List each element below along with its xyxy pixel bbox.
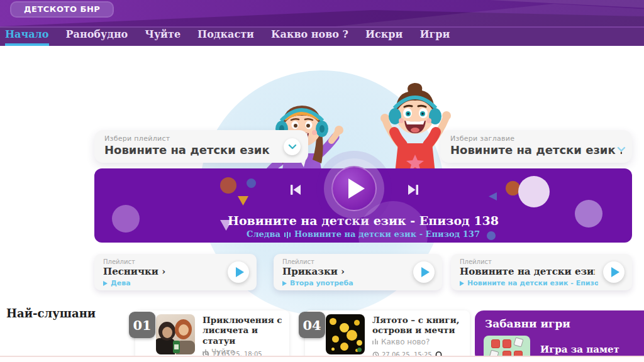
most-listened-item[interactable]: 01 Приключения с лисичета и статуи Чуйте… — [135, 310, 289, 362]
playlist-select[interactable]: Избери плейлист Новините на детски език — [94, 130, 308, 163]
nav-item-igri[interactable]: Игри — [419, 28, 450, 46]
next-section-edge — [0, 356, 644, 362]
play-button-core — [331, 166, 377, 211]
episode-title: Лятото – с книги, острови и мечти — [372, 315, 460, 336]
playlist-card-title: Приказки › — [282, 266, 418, 277]
title-select-label: Избери заглавие — [450, 134, 622, 143]
chevron-down-icon — [617, 146, 626, 152]
episode-category: Какво ново? — [372, 337, 460, 346]
episode-title: Приключения с лисичета и статуи — [203, 315, 291, 346]
playlist-card-current: Втора употреба — [282, 279, 421, 287]
playlist-card-current: Новините на детски език - Епизод 138 — [460, 279, 598, 287]
play-button[interactable] — [316, 151, 392, 226]
main-nav: Начало Ранобудно Чуйте Подкасти Какво но… — [0, 26, 644, 46]
playlist-card-prikazki[interactable]: Плейлист Приказки › Втора употреба — [274, 254, 442, 290]
games-heading: Забавни игри — [485, 317, 570, 330]
playlist-card-pesnichki[interactable]: Плейлист Песнички › Дева — [94, 254, 257, 290]
nav-item-podkasti[interactable]: Подкасти — [197, 28, 254, 46]
most-listened-item[interactable]: 04 Лятото – с книги, острови и мечти Как… — [305, 310, 470, 362]
play-icon — [236, 267, 244, 277]
playlist-play-button[interactable] — [228, 261, 249, 283]
up-next-title: Новините на детски език - Епизод 137 — [294, 229, 480, 239]
playlist-play-button[interactable] — [413, 261, 435, 283]
chevron-down-icon — [288, 144, 297, 150]
queue-icon — [284, 232, 291, 238]
previous-track-button[interactable] — [286, 181, 305, 200]
nav-item-chuite[interactable]: Чуйте — [145, 28, 180, 46]
playlist-card-label: Плейлист — [282, 258, 433, 265]
nav-item-ranobudno[interactable]: Ранобудно — [66, 28, 128, 46]
playlist-card-title: Новините на детски език › — [460, 266, 595, 277]
play-icon — [611, 267, 619, 277]
playlist-play-button[interactable] — [603, 261, 625, 283]
skip-previous-icon — [287, 182, 304, 198]
queue-icon — [372, 339, 378, 344]
play-icon — [348, 178, 365, 199]
title-select[interactable]: Избери заглавие Новините на детски език … — [440, 130, 632, 163]
rank-badge: 01 — [129, 312, 155, 338]
play-icon — [103, 281, 108, 286]
playlist-select-value: Новините на детски език — [104, 143, 280, 156]
games-panel: Забавни игри Игра за памет — [475, 310, 644, 362]
nav-item-home[interactable]: Начало — [5, 28, 49, 46]
up-next-line: СледваНовините на детски език - Епизод 1… — [94, 229, 632, 239]
page: ДЕТСКОТО БНР Начало Ранобудно Чуйте Подк… — [0, 0, 644, 362]
nav-item-iskri[interactable]: Искри — [365, 28, 402, 46]
game-title: Игра за памет — [540, 344, 619, 355]
next-track-button[interactable] — [404, 181, 423, 200]
top-header: ДЕТСКОТО БНР — [0, 0, 644, 26]
title-select-chevron-button[interactable] — [617, 143, 626, 155]
playlist-select-label: Избери плейлист — [104, 134, 298, 143]
playlist-card-current: Дева — [103, 279, 242, 287]
play-icon — [460, 281, 464, 286]
skip-next-icon — [405, 182, 421, 198]
playlist-card-label: Плейлист — [103, 258, 248, 265]
episode-thumbnail — [156, 314, 195, 354]
playlist-card-title: Песнички › — [103, 266, 238, 277]
rank-badge: 04 — [299, 312, 325, 338]
play-icon — [421, 267, 430, 277]
play-icon — [282, 281, 287, 286]
title-select-value: Новините на детски език ... — [450, 143, 622, 156]
playlist-select-chevron-button[interactable] — [284, 138, 301, 155]
episode-thumbnail — [326, 314, 365, 354]
most-listened-heading: Най-слушани — [6, 307, 96, 320]
playlist-card-label: Плейлист — [460, 258, 623, 265]
brand-badge[interactable]: ДЕТСКОТО БНР — [10, 1, 114, 18]
up-next-label: Следва — [247, 229, 280, 239]
playlist-card-novinite[interactable]: Плейлист Новините на детски език › Новин… — [451, 254, 632, 290]
nav-item-kakvo-novo[interactable]: Какво ново ? — [271, 28, 348, 46]
